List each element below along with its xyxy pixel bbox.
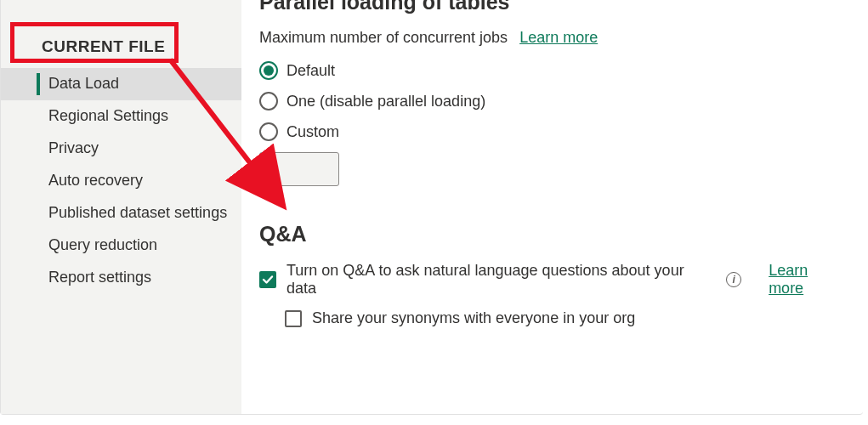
sidebar-item-label: Privacy (48, 139, 99, 156)
checkbox-share-synonyms[interactable] (285, 310, 302, 327)
turn-on-qa-label: Turn on Q&A to ask natural language ques… (286, 262, 712, 298)
radio-one-label: One (disable parallel loading) (286, 93, 485, 110)
sidebar-item-report-settings[interactable]: Report settings (1, 262, 241, 294)
sidebar-item-label: Published dataset settings (48, 204, 227, 221)
sidebar-item-query-reduction[interactable]: Query reduction (1, 230, 241, 262)
custom-jobs-input[interactable] (259, 152, 339, 186)
radio-default-label: Default (286, 62, 335, 80)
section-heading-parallel-loading: Parallel loading of tables (259, 0, 510, 14)
main-panel: Parallel loading of tables Maximum numbe… (242, 0, 863, 414)
sidebar-section-title: CURRENT FILE (1, 0, 241, 68)
sidebar-item-label: Query reduction (48, 236, 157, 253)
learn-more-link-parallel[interactable]: Learn more (519, 29, 598, 47)
section-heading-qa: Q&A (259, 222, 846, 246)
sidebar-item-label: Regional Settings (48, 107, 168, 124)
checkbox-turn-on-qa[interactable] (259, 271, 276, 288)
radio-default[interactable] (259, 61, 278, 80)
share-synonyms-label: Share your synonyms with everyone in you… (312, 309, 635, 327)
sidebar-item-regional-settings[interactable]: Regional Settings (1, 100, 241, 133)
radio-custom-label: Custom (286, 123, 339, 141)
sidebar-item-privacy[interactable]: Privacy (1, 133, 241, 165)
radio-custom[interactable] (259, 122, 278, 141)
sidebar-item-data-load[interactable]: Data Load (1, 68, 241, 100)
sidebar-item-auto-recovery[interactable]: Auto recovery (1, 165, 241, 197)
sidebar-item-label: Report settings (48, 269, 151, 286)
sidebar-item-label: Data Load (48, 75, 119, 92)
parallel-loading-radio-group: Default One (disable parallel loading) C… (259, 55, 846, 186)
sidebar-item-label: Auto recovery (48, 172, 143, 189)
radio-one[interactable] (259, 92, 278, 110)
sidebar-item-published-dataset-settings[interactable]: Published dataset settings (1, 197, 241, 230)
info-icon[interactable]: i (726, 272, 741, 287)
sidebar: CURRENT FILE Data Load Regional Settings… (1, 0, 242, 414)
max-concurrent-jobs-label: Maximum number of concurrent jobs (259, 29, 508, 47)
learn-more-link-qa[interactable]: Learn more (769, 262, 846, 298)
